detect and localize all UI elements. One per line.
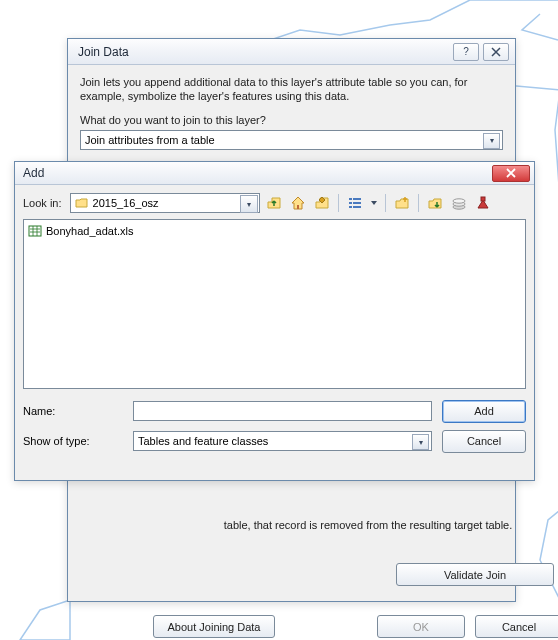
ok-button[interactable]: OK — [377, 615, 465, 638]
svg-rect-0 — [297, 205, 299, 209]
add-titlebar: Add — [15, 162, 534, 185]
toolbar-separator — [338, 194, 339, 212]
chevron-down-icon[interactable] — [369, 193, 379, 213]
disconnect-folder-icon[interactable] — [449, 193, 469, 213]
join-title: Join Data — [78, 45, 453, 59]
add-dialog: Add Look in: 2015_16_osz ▾ — [14, 161, 535, 481]
chevron-down-icon: ▾ — [412, 434, 429, 450]
radio-description-tail: table, that record is removed from the r… — [178, 519, 558, 531]
lookin-value: 2015_16_osz — [93, 197, 159, 209]
name-label: Name: — [23, 405, 123, 417]
add-title: Add — [23, 166, 492, 180]
home-icon[interactable] — [288, 193, 308, 213]
close-button[interactable] — [483, 43, 509, 61]
join-titlebar: Join Data ? — [68, 39, 515, 65]
about-joining-data-button[interactable]: About Joining Data — [153, 615, 275, 638]
xls-file-icon — [28, 225, 42, 237]
svg-point-9 — [453, 199, 465, 203]
name-input[interactable] — [133, 401, 432, 421]
toolbar-separator — [385, 194, 386, 212]
help-button[interactable]: ? — [453, 43, 479, 61]
svg-rect-2 — [349, 202, 352, 204]
gis-server-icon[interactable] — [473, 193, 493, 213]
svg-rect-10 — [481, 197, 485, 201]
validate-join-button[interactable]: Validate Join — [396, 563, 554, 586]
lookin-select[interactable]: 2015_16_osz ▾ — [70, 193, 260, 213]
svg-rect-1 — [349, 198, 352, 200]
join-description: Join lets you append additional data to … — [80, 75, 503, 104]
close-button[interactable] — [492, 165, 530, 182]
svg-rect-11 — [29, 226, 41, 236]
show-of-type-select[interactable]: Tables and feature classes ▾ — [133, 431, 432, 451]
show-of-type-label: Show of type: — [23, 435, 123, 447]
connect-folder-icon[interactable] — [425, 193, 445, 213]
folder-icon — [75, 197, 89, 209]
new-folder-icon[interactable] — [392, 193, 412, 213]
file-item-label: Bonyhad_adat.xls — [46, 225, 133, 237]
show-of-type-value: Tables and feature classes — [138, 435, 268, 447]
toolbar-separator — [418, 194, 419, 212]
svg-rect-5 — [353, 202, 361, 204]
svg-rect-3 — [349, 206, 352, 208]
svg-rect-6 — [353, 206, 361, 208]
file-list[interactable]: Bonyhad_adat.xls — [23, 219, 526, 389]
cancel-button[interactable]: Cancel — [442, 430, 526, 453]
join-method-select[interactable]: Join attributes from a table ▾ — [80, 130, 503, 150]
join-question-label: What do you want to join to this layer? — [80, 114, 503, 126]
add-button[interactable]: Add — [442, 400, 526, 423]
join-method-value: Join attributes from a table — [85, 134, 215, 146]
cancel-button[interactable]: Cancel — [475, 615, 558, 638]
bookmark-icon[interactable] — [312, 193, 332, 213]
chevron-down-icon: ▾ — [483, 133, 500, 149]
up-level-icon[interactable] — [264, 193, 284, 213]
lookin-label: Look in: — [23, 197, 66, 209]
add-toolbar: Look in: 2015_16_osz ▾ — [23, 191, 526, 215]
list-view-icon[interactable] — [345, 193, 365, 213]
svg-rect-4 — [353, 198, 361, 200]
file-item[interactable]: Bonyhad_adat.xls — [28, 223, 521, 239]
chevron-down-icon: ▾ — [240, 195, 258, 213]
